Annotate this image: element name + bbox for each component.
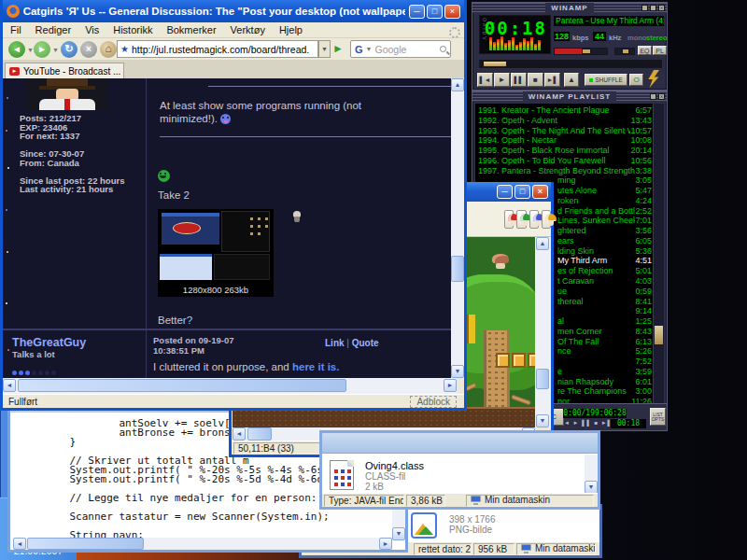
adblock-button[interactable]: Adblock	[410, 396, 457, 408]
winamp-track-title[interactable]: Pantera - Use My Third Arm (4:5	[554, 16, 664, 26]
next-button[interactable]: ►▌	[544, 73, 560, 87]
mushroom-toolbar-button[interactable]	[542, 210, 551, 229]
page-vscroll-thumb[interactable]	[451, 256, 464, 282]
menu-item[interactable]: Historikk	[113, 24, 152, 35]
stop-button[interactable]: ■	[528, 73, 543, 87]
playlist-scrollbar-thumb[interactable]	[655, 326, 663, 344]
scroll-down-arrow[interactable]: ▼	[451, 365, 464, 378]
scroll-left-arrow[interactable]: ◄	[233, 427, 246, 441]
scroll-up-arrow[interactable]: ▲	[451, 78, 464, 91]
scroll-right-arrow[interactable]: ►	[444, 379, 457, 392]
pause-button[interactable]: ▌▌	[511, 73, 527, 87]
play-button[interactable]: ►	[494, 73, 510, 87]
winamp-title-bar[interactable]: WINAMP x	[472, 3, 667, 13]
back-button[interactable]: ◄	[8, 41, 25, 58]
seek-bar[interactable]	[479, 60, 662, 68]
maximize-button[interactable]: □	[427, 5, 443, 19]
playlist-entry[interactable]: 1992. Opeth - Advent 13:43	[475, 116, 655, 126]
forward-button[interactable]: ►	[34, 41, 50, 58]
eject-button[interactable]: ▲	[564, 73, 579, 87]
close-button[interactable]: ×	[444, 5, 460, 19]
winamp-lightning-icon[interactable]	[647, 70, 659, 88]
previous-button[interactable]: ▌◄	[477, 73, 493, 87]
mushroom-toolbar-button[interactable]	[516, 210, 526, 229]
playlist-entry[interactable]: 1995. Opeth - Black Rose Immortal 20:14	[475, 146, 655, 156]
editor-hscroll-thumb[interactable]	[27, 538, 144, 550]
volume-slider[interactable]	[554, 48, 608, 55]
scroll-up-arrow[interactable]: ▲	[536, 237, 549, 250]
menu-item[interactable]: Hjelp	[279, 24, 303, 35]
reload-button[interactable]: ↻	[61, 41, 78, 58]
winamp-lcd-display[interactable]: OAIDV ► 00:18	[479, 15, 551, 54]
stop-button[interactable]: ×	[80, 41, 97, 58]
playlist-shade-button[interactable]	[650, 93, 656, 100]
winamp-close-button[interactable]: x	[658, 5, 665, 11]
playlist-entry[interactable]: 1994. Opeth - Nectar 10:08	[475, 135, 655, 146]
playlist-scrollbar[interactable]	[653, 104, 664, 405]
seek-thumb[interactable]	[483, 61, 507, 67]
google-icon[interactable]: G	[355, 44, 363, 55]
playlist-entry[interactable]: 1993. Opeth - The Night And The Silent W…	[475, 126, 655, 136]
scroll-right-arrow[interactable]: ►	[379, 538, 392, 550]
home-button[interactable]: ⌂	[100, 41, 117, 58]
url-bar[interactable]: ★ http://jul.rustedmagick.com/board/thre…	[117, 40, 318, 58]
page-horizontal-scrollbar[interactable]: ◄ ►	[3, 378, 457, 394]
post-link[interactable]: Link	[325, 338, 345, 348]
scroll-left-arrow[interactable]: ◄	[3, 379, 16, 392]
lunar-vertical-scrollbar[interactable]: ▲ ▼	[535, 237, 551, 427]
playlist-entry[interactable]: 1996. Opeth - To Bid You Farewell 10:56	[475, 156, 655, 166]
search-icon[interactable]	[440, 46, 446, 52]
page-vertical-scrollbar[interactable]: ▲ ▼	[451, 78, 464, 378]
balance-slider[interactable]	[614, 48, 635, 55]
url-dropdown[interactable]: ▼	[318, 40, 331, 58]
explorer1-vertical-scrollbar[interactable]: ▼	[585, 455, 598, 494]
png-file-icon[interactable]	[411, 512, 437, 539]
here-it-is-link[interactable]: here it is.	[292, 361, 340, 372]
explorer1-title-area[interactable]	[322, 433, 598, 454]
search-box[interactable]: G ▼ Google	[350, 40, 451, 58]
page-hscroll-thumb[interactable]	[18, 379, 346, 392]
repeat-button[interactable]: O	[629, 74, 643, 86]
forward-dropdown[interactable]: ▼	[52, 47, 59, 53]
balance-thumb[interactable]	[622, 49, 629, 54]
playlist-entry[interactable]: 1991. Kreator - The Ancient Plague 6:57	[475, 105, 655, 116]
back-dropdown[interactable]: ▼	[27, 47, 34, 53]
minimize-button[interactable]: ─	[409, 5, 425, 19]
post-quote-link[interactable]: Quote	[352, 338, 379, 348]
go-button[interactable]: ►	[332, 41, 347, 56]
avatar[interactable]	[26, 78, 108, 110]
editor-horizontal-scrollbar[interactable]: ◄ ►	[13, 538, 392, 550]
eq-button[interactable]: EQ	[638, 46, 652, 55]
class-file-name[interactable]: Oving4.class	[365, 460, 424, 471]
minimize-button[interactable]: ─	[497, 185, 513, 199]
menu-item[interactable]: Verktøy	[231, 24, 265, 35]
maximize-button[interactable]: □	[514, 185, 530, 199]
mushroom-toolbar-button[interactable]	[529, 210, 539, 229]
username-link[interactable]: TheGreatGuy	[12, 336, 145, 349]
playlist-close-button[interactable]: x	[658, 93, 665, 100]
bookmark-star-icon[interactable]: ★	[120, 44, 129, 54]
shuffle-button[interactable]: SHUFFLE	[585, 74, 627, 86]
close-button[interactable]: ×	[532, 185, 548, 199]
tab-youtube[interactable]: ► YouTube - Broadcast ...	[5, 63, 124, 78]
search-engine-dropdown[interactable]: ▼	[366, 46, 373, 52]
menu-item[interactable]: Rediger	[35, 24, 72, 35]
pl-button[interactable]: PL	[653, 46, 667, 55]
menu-item[interactable]: Vis	[85, 24, 99, 35]
screenshot-thumbnail[interactable]: 1280x800 263kb	[158, 209, 274, 297]
scroll-left-arrow[interactable]: ◄	[13, 538, 26, 550]
scroll-down-arrow[interactable]: ▼	[392, 527, 405, 540]
class-file-icon[interactable]	[330, 460, 354, 490]
scroll-down-arrow[interactable]: ▼	[585, 481, 598, 494]
winamp-shade-button[interactable]	[650, 5, 656, 11]
playlist-title-bar[interactable]: WINAMP PLAYLIST x	[472, 91, 667, 102]
menu-item[interactable]: Bokmerker	[166, 24, 216, 35]
lunar-hscroll-thumb[interactable]	[247, 427, 272, 441]
lunar-vscroll-thumb[interactable]	[536, 369, 549, 389]
menu-item[interactable]: Fil	[10, 24, 21, 35]
volume-thumb[interactable]	[582, 49, 591, 54]
playlist-list-opts-button[interactable]: LIST OPTS	[650, 408, 666, 426]
mushroom-toolbar-button[interactable]	[504, 210, 514, 229]
scroll-down-arrow[interactable]: ▼	[536, 414, 549, 427]
playlist-entry[interactable]: 1997. Pantera - Strength Beyond Strength…	[475, 166, 655, 176]
